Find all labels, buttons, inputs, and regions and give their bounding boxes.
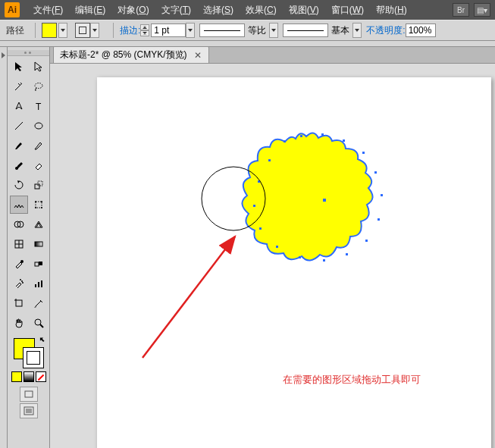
svg-rect-49 [253, 205, 255, 207]
svg-point-21 [21, 280, 23, 282]
tools-grip[interactable] [8, 50, 49, 56]
svg-point-12 [14, 221, 20, 227]
fill-stroke-block[interactable] [12, 337, 45, 368]
menu-object[interactable]: 对象(O) [111, 4, 155, 17]
blob-brush-tool[interactable] [10, 156, 28, 174]
stroke-label[interactable]: 描边: [120, 24, 140, 37]
svg-rect-52 [323, 199, 326, 202]
svg-rect-46 [299, 256, 301, 258]
svg-rect-41 [381, 194, 383, 196]
svg-rect-36 [300, 135, 302, 137]
menu-help[interactable]: 帮助(H) [370, 4, 413, 17]
symbol-sprayer-tool[interactable] [10, 274, 28, 293]
svg-point-10 [35, 207, 36, 208]
opacity-label[interactable]: 不透明度: [366, 24, 405, 37]
profile-preview[interactable] [199, 23, 245, 37]
svg-point-11 [41, 207, 42, 208]
svg-point-0 [35, 83, 42, 89]
lasso-tool[interactable] [30, 77, 48, 96]
svg-point-8 [35, 201, 36, 202]
perspective-grid-tool[interactable] [30, 215, 48, 233]
ellipse-tool[interactable] [30, 117, 48, 135]
slice-tool[interactable] [30, 294, 48, 312]
artboard[interactable]: 在需要的图形区域拖动工具即可 [97, 77, 491, 448]
arrange-button[interactable]: ▤▾ [474, 3, 490, 17]
svg-rect-24 [35, 284, 36, 287]
brush-label: 基本 [331, 24, 349, 37]
brush-preview[interactable] [283, 23, 328, 37]
opacity-input[interactable] [406, 23, 436, 37]
direct-selection-tool[interactable] [30, 58, 48, 76]
annotation-text: 在需要的图形区域拖动工具即可 [283, 373, 421, 387]
svg-point-18 [20, 260, 23, 263]
rotate-tool[interactable] [10, 176, 28, 194]
menu-select[interactable]: 选择(S) [197, 4, 240, 17]
svg-rect-26 [41, 280, 42, 287]
gradient-tool[interactable] [30, 235, 48, 253]
brush-dropdown[interactable] [352, 23, 362, 38]
svg-point-22 [20, 279, 21, 280]
pen-tool[interactable] [10, 97, 28, 115]
zoom-tool[interactable] [30, 314, 48, 332]
screen-mode[interactable] [20, 403, 38, 418]
stroke-swatch[interactable] [75, 23, 90, 38]
menu-edit[interactable]: 编辑(E) [69, 4, 111, 17]
svg-rect-45 [323, 259, 325, 262]
color-mode-none[interactable] [36, 371, 46, 382]
svg-point-23 [22, 282, 23, 284]
document-tab[interactable]: 未标题-2* @ 85% (CMYK/预览) ✕ [53, 46, 209, 63]
blend-tool[interactable] [30, 255, 48, 273]
fill-dropdown[interactable] [58, 23, 67, 38]
stroke-weight-dropdown[interactable] [186, 23, 195, 38]
scale-tool[interactable] [30, 176, 48, 194]
color-mode-gradient[interactable] [23, 371, 34, 382]
svg-rect-32 [25, 391, 33, 397]
svg-rect-44 [346, 253, 348, 255]
color-mode-row [11, 371, 46, 382]
artboard-tool[interactable] [10, 294, 28, 312]
profile-dropdown[interactable] [269, 23, 278, 38]
eraser-tool[interactable] [30, 156, 48, 174]
svg-rect-40 [374, 171, 377, 174]
graph-tool[interactable] [30, 274, 48, 293]
svg-text:T: T [36, 102, 42, 111]
draw-mode-normal[interactable] [20, 387, 38, 402]
svg-rect-5 [35, 184, 39, 189]
stroke-dropdown[interactable] [90, 23, 99, 38]
menu-type[interactable]: 文字(T) [155, 4, 197, 17]
line-tool[interactable] [10, 117, 28, 135]
close-icon[interactable]: ✕ [193, 51, 202, 60]
svg-rect-20 [39, 262, 42, 265]
pencil-tool[interactable] [30, 136, 48, 155]
type-tool[interactable]: T [30, 97, 48, 115]
canvas-area: 未标题-2* @ 85% (CMYK/预览) ✕ [50, 47, 495, 448]
panel-gutter[interactable] [0, 47, 8, 448]
free-transform-tool[interactable] [30, 196, 48, 214]
selection-tool[interactable] [10, 58, 28, 76]
color-mode-color[interactable] [11, 371, 22, 382]
menu-view[interactable]: 视图(V) [283, 4, 325, 17]
svg-rect-34 [26, 409, 32, 413]
canvas-viewport[interactable]: 在需要的图形区域拖动工具即可 [50, 64, 495, 448]
expand-icon[interactable] [1, 52, 7, 59]
hand-tool[interactable] [10, 314, 28, 332]
magic-wand-tool[interactable] [10, 77, 28, 96]
menu-effect[interactable]: 效果(C) [240, 4, 283, 17]
bridge-button[interactable]: Br [453, 3, 469, 17]
fill-swatch[interactable] [42, 23, 57, 38]
tools-panel: T [8, 47, 50, 448]
stroke-weight-input[interactable] [151, 23, 186, 37]
mesh-tool[interactable] [10, 235, 28, 253]
eyedropper-tool[interactable] [10, 255, 28, 273]
svg-line-54 [143, 237, 235, 358]
stroke-weight-spinner[interactable] [140, 24, 149, 36]
shape-builder-tool[interactable] [10, 215, 28, 233]
svg-rect-25 [38, 282, 39, 287]
menu-window[interactable]: 窗口(W) [325, 4, 370, 17]
swap-fill-stroke-icon[interactable] [38, 337, 45, 344]
paintbrush-tool[interactable] [10, 136, 28, 155]
control-bar: 路径 描边: 等比 基本 不透明度: [0, 20, 495, 41]
width-warp-tool[interactable] [10, 196, 28, 214]
menu-file[interactable]: 文件(F) [27, 4, 69, 17]
stroke-color-big[interactable] [23, 347, 44, 368]
